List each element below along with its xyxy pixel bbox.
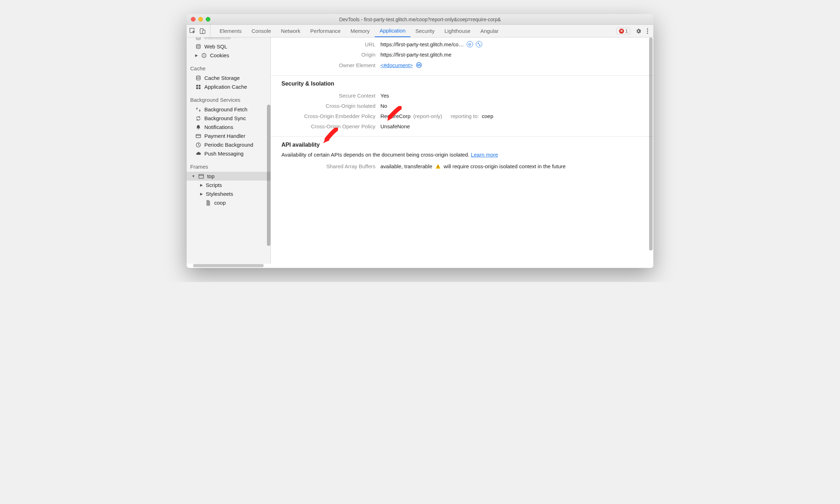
frame-details-pane: URL https://first-party-test.glitch.me/c… bbox=[271, 37, 653, 264]
svg-rect-21 bbox=[199, 174, 203, 178]
svg-point-8 bbox=[202, 53, 206, 58]
sab-label: Shared Array Buffers bbox=[281, 163, 380, 169]
sidebar-item-cookies[interactable]: ▶ Cookies bbox=[187, 51, 270, 60]
settings-gear-icon[interactable] bbox=[635, 28, 642, 34]
svg-rect-2 bbox=[203, 30, 205, 34]
sidebar-item-stylesheets[interactable]: ▶ Stylesheets bbox=[187, 189, 270, 198]
url-value: https://first-party-test.glitch.me/co… bbox=[380, 41, 464, 47]
svg-point-5 bbox=[647, 33, 648, 34]
card-icon bbox=[195, 133, 202, 139]
sidebar-group-cache: Cache bbox=[187, 63, 270, 74]
sidebar-label: Payment Handler bbox=[204, 133, 245, 139]
more-menu-icon[interactable] bbox=[647, 28, 648, 34]
database-icon bbox=[195, 37, 202, 41]
owner-element-link[interactable]: <#document> bbox=[380, 62, 413, 68]
grid-icon bbox=[195, 84, 202, 90]
svg-rect-17 bbox=[199, 87, 200, 89]
tab-console[interactable]: Console bbox=[247, 25, 276, 37]
reveal-in-sources-icon[interactable]: ⊖ bbox=[467, 41, 473, 47]
sidebar-item-periodic[interactable]: Periodic Background bbox=[187, 140, 270, 149]
sidebar-label: Application Cache bbox=[204, 84, 247, 90]
close-window-button[interactable] bbox=[191, 17, 196, 22]
document-section: URL https://first-party-test.glitch.me/c… bbox=[271, 37, 653, 75]
svg-rect-14 bbox=[196, 85, 198, 87]
sidebar-label: Cache Storage bbox=[204, 75, 240, 81]
url-label: URL bbox=[281, 41, 380, 47]
minimize-window-button[interactable] bbox=[198, 17, 203, 22]
sidebar-label: top bbox=[207, 173, 215, 179]
devtools-toolbar: Elements Console Network Performance Mem… bbox=[187, 25, 653, 37]
expand-icon: ▶ bbox=[200, 192, 203, 196]
learn-more-link[interactable]: Learn more bbox=[471, 152, 498, 158]
secure-context-value: Yes bbox=[380, 93, 389, 99]
sidebar-item-scripts[interactable]: ▶ Scripts bbox=[187, 181, 270, 189]
reveal-in-elements-icon[interactable] bbox=[416, 62, 422, 68]
bell-icon bbox=[195, 124, 202, 130]
sidebar-group-bg: Background Services bbox=[187, 95, 270, 105]
sidebar-group-frames: Frames bbox=[187, 162, 270, 172]
tab-angular[interactable]: Angular bbox=[476, 25, 504, 37]
error-count-badge[interactable]: ✕ 1 bbox=[617, 28, 630, 34]
coep-label: Cross-Origin Embedder Policy bbox=[281, 113, 380, 119]
sidebar-label: coop bbox=[214, 200, 226, 206]
sidebar-item-cache-storage[interactable]: Cache Storage bbox=[187, 74, 270, 82]
sidebar-item-indexeddb[interactable]: IndexedDB bbox=[187, 37, 270, 42]
tab-memory[interactable]: Memory bbox=[345, 25, 374, 37]
coep-value: RequireCorp bbox=[380, 113, 410, 119]
coep-reporting-value: coep bbox=[482, 113, 494, 119]
horizontal-scrollbar[interactable] bbox=[187, 264, 653, 268]
sidebar-label: Push Messaging bbox=[204, 151, 244, 157]
application-sidebar: IndexedDB Web SQL ▶ Cookies Cache Cache … bbox=[187, 37, 271, 264]
database-icon bbox=[195, 44, 202, 49]
cloud-icon bbox=[195, 151, 202, 157]
coop-value: UnsafeNone bbox=[380, 123, 410, 129]
sidebar-item-push[interactable]: Push Messaging bbox=[187, 149, 270, 158]
window-titlebar: DevTools - first-party-test.glitch.me/co… bbox=[187, 14, 653, 25]
clock-icon bbox=[195, 142, 202, 148]
coop-label: Cross-Origin Opener Policy bbox=[281, 123, 380, 129]
svg-rect-25 bbox=[438, 168, 438, 168]
sab-warning-text: will require cross-origin isolated conte… bbox=[444, 163, 566, 169]
tab-elements[interactable]: Elements bbox=[215, 25, 247, 37]
owner-element-label: Owner Element bbox=[281, 62, 380, 68]
sab-value: available, transferable bbox=[380, 163, 432, 169]
sidebar-item-frame-top[interactable]: ▼ top bbox=[187, 172, 270, 181]
sidebar-item-notifications[interactable]: Notifications bbox=[187, 123, 270, 131]
api-availability-section: API availablity Availability of certain … bbox=[271, 136, 653, 176]
main-scrollbar[interactable] bbox=[649, 37, 653, 251]
sidebar-scrollbar[interactable] bbox=[267, 105, 270, 246]
api-desc-text: Availability of certain APIs depends on … bbox=[281, 152, 471, 158]
coep-mode: (report-only) bbox=[413, 113, 442, 119]
sidebar-item-payment[interactable]: Payment Handler bbox=[187, 131, 270, 140]
tab-application[interactable]: Application bbox=[375, 25, 410, 37]
svg-rect-18 bbox=[196, 134, 201, 137]
svg-point-12 bbox=[205, 56, 205, 57]
zoom-window-button[interactable] bbox=[206, 17, 210, 22]
origin-value: https://first-party-test.glitch.me bbox=[380, 52, 451, 58]
devtools-window: DevTools - first-party-test.glitch.me/co… bbox=[187, 14, 653, 268]
tab-network[interactable]: Network bbox=[276, 25, 305, 37]
database-icon bbox=[195, 75, 202, 81]
tab-security[interactable]: Security bbox=[410, 25, 439, 37]
sidebar-item-app-cache[interactable]: Application Cache bbox=[187, 82, 270, 91]
reveal-in-network-icon[interactable] bbox=[476, 41, 482, 47]
sidebar-item-websql[interactable]: Web SQL bbox=[187, 42, 270, 51]
sidebar-label: Cookies bbox=[210, 52, 229, 58]
svg-point-9 bbox=[203, 54, 204, 55]
toggle-device-icon[interactable] bbox=[199, 28, 206, 34]
error-count: 1 bbox=[625, 28, 628, 34]
sidebar-item-bg-sync[interactable]: Background Sync bbox=[187, 114, 270, 123]
security-section-title: Security & Isolation bbox=[281, 81, 643, 87]
svg-point-10 bbox=[204, 55, 205, 55]
sync-icon bbox=[195, 116, 202, 121]
sidebar-label: Stylesheets bbox=[206, 191, 233, 197]
sidebar-label: Background Sync bbox=[204, 115, 246, 121]
tab-lighthouse[interactable]: Lighthouse bbox=[439, 25, 475, 37]
sidebar-label: Notifications bbox=[204, 124, 233, 130]
sidebar-item-coop-doc[interactable]: coop bbox=[187, 198, 270, 207]
frame-icon bbox=[198, 174, 204, 179]
tab-performance[interactable]: Performance bbox=[305, 25, 346, 37]
inspect-element-icon[interactable] bbox=[189, 28, 196, 34]
sidebar-item-bg-fetch[interactable]: Background Fetch bbox=[187, 105, 270, 114]
secure-context-label: Secure Context bbox=[281, 93, 380, 99]
